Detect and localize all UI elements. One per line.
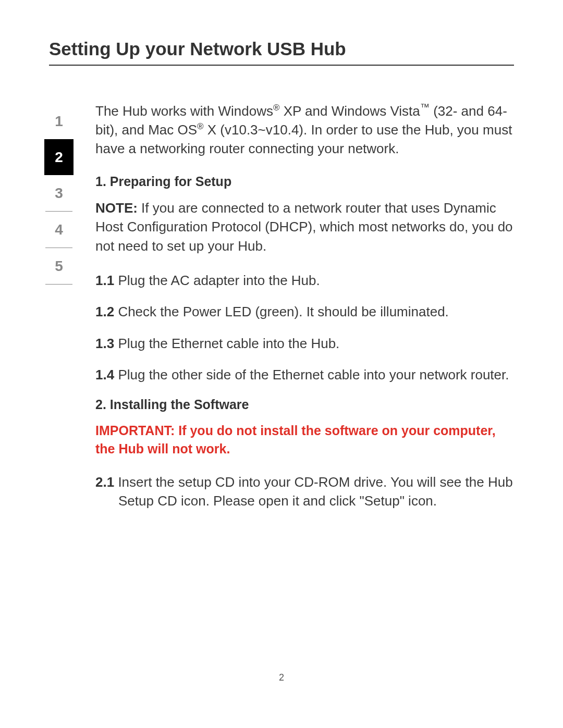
step-text: Insert the setup CD into your CD-ROM dri… bbox=[114, 474, 512, 509]
step-1-4: 1.4 Plug the other side of the Ethernet … bbox=[95, 365, 514, 384]
nav-item-2: 2 bbox=[44, 139, 74, 175]
page-number: 2 bbox=[279, 672, 284, 683]
registered-symbol: ® bbox=[197, 121, 203, 131]
step-text: Plug the Ethernet cable into the Hub. bbox=[114, 336, 339, 351]
step-1-3: 1.3 Plug the Ethernet cable into the Hub… bbox=[95, 334, 514, 353]
step-1-1: 1.1 Plug the AC adapter into the Hub. bbox=[95, 271, 514, 290]
step-1-2: 1.2 Check the Power LED (green). It shou… bbox=[95, 302, 514, 321]
intro-text-1: The Hub works with Windows bbox=[95, 103, 273, 119]
note-text: If you are connected to a network router… bbox=[95, 200, 513, 254]
nav-item-4: 4 bbox=[44, 212, 74, 248]
note-paragraph: NOTE: If you are connected to a network … bbox=[95, 199, 514, 255]
section-heading-software: 2. Installing the Software bbox=[95, 397, 514, 412]
section-heading-preparing: 1. Preparing for Setup bbox=[95, 174, 514, 189]
registered-symbol: ® bbox=[273, 103, 279, 113]
step-2-1: 2.1 Insert the setup CD into your CD-ROM… bbox=[95, 473, 514, 511]
trademark-symbol: ™ bbox=[420, 102, 430, 113]
page-title: Setting Up your Network USB Hub bbox=[49, 39, 514, 66]
main-content: The Hub works with Windows® XP and Windo… bbox=[95, 101, 514, 523]
step-number: 1.3 bbox=[95, 336, 114, 351]
step-text: Plug the other side of the Ethernet cabl… bbox=[114, 367, 509, 382]
step-number: 1.1 bbox=[95, 273, 114, 288]
nav-item-3: 3 bbox=[44, 175, 74, 211]
step-text: Plug the AC adapter into the Hub. bbox=[114, 273, 320, 288]
step-number: 2.1 bbox=[95, 474, 114, 490]
important-warning: IMPORTANT: If you do not install the sof… bbox=[95, 422, 514, 458]
nav-divider bbox=[45, 284, 72, 285]
section-nav: 1 2 3 4 5 bbox=[44, 103, 74, 285]
intro-paragraph: The Hub works with Windows® XP and Windo… bbox=[95, 101, 514, 158]
step-text: Check the Power LED (green). It should b… bbox=[114, 304, 449, 319]
nav-item-5: 5 bbox=[44, 248, 74, 284]
intro-text-2: XP and Windows Vista bbox=[279, 103, 420, 119]
note-label: NOTE: bbox=[95, 200, 138, 216]
nav-item-1: 1 bbox=[44, 103, 74, 139]
step-number: 1.2 bbox=[95, 304, 114, 319]
step-number: 1.4 bbox=[95, 367, 114, 382]
